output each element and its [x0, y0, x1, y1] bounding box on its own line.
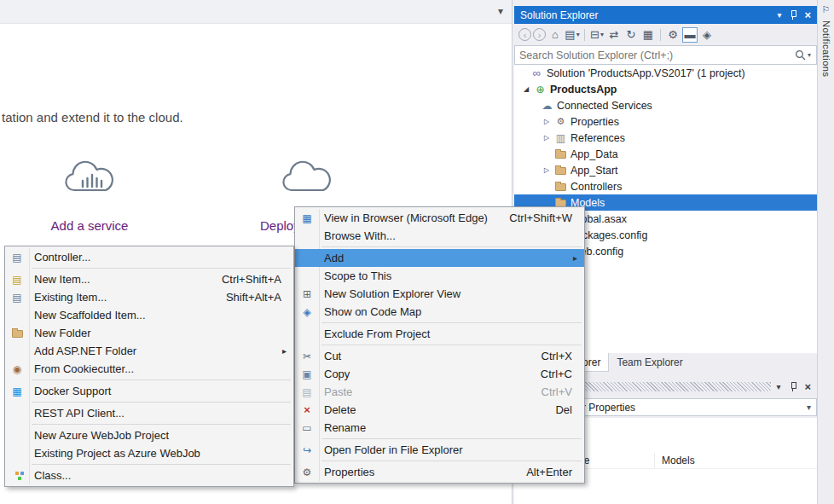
menu-item-browse-with[interactable]: Browse With... — [295, 227, 584, 245]
deploy-cloud-icon[interactable] — [279, 156, 335, 204]
menu-item-scope-to-this[interactable]: Scope to This — [295, 267, 584, 285]
class-icon — [15, 472, 19, 475]
menu-item-rename[interactable]: ▭ Rename — [295, 419, 584, 437]
solution-explorer-titlebar: Solution Explorer ▾ × — [514, 6, 817, 24]
submenu-arrow-icon: ▸ — [282, 346, 288, 356]
window-menu-icon[interactable]: ▾ — [776, 382, 780, 391]
cookiecutter-icon: ◉ — [5, 363, 29, 375]
collapse-all-icon: ⊟ — [590, 28, 599, 41]
menu-item-copy[interactable]: ▣ Copy Ctrl+C — [295, 365, 584, 383]
menu-item-add-aspnet-folder[interactable]: Add ASP.NET Folder ▸ — [5, 342, 293, 360]
menu-item-view-in-browser[interactable]: ▦ View in Browser (Microsoft Edge) Ctrl+… — [295, 209, 584, 227]
preview-selected-items-button[interactable]: ▬ — [682, 27, 698, 43]
menu-item-show-on-code-map[interactable]: ◈ Show on Code Map — [295, 303, 584, 321]
code-map-button[interactable]: ◈ — [699, 27, 715, 43]
menu-item-docker-support[interactable]: ▦ Docker Support — [5, 382, 293, 400]
search-input[interactable] — [515, 49, 795, 61]
submenu-arrow-icon: ▸ — [573, 253, 579, 263]
menu-item-controller[interactable]: ▤ Controller... — [5, 248, 293, 266]
tree-item-solution[interactable]: ∞ Solution 'ProductsApp.VS2017' (1 proje… — [514, 65, 817, 81]
chevron-down-icon: ▾ — [600, 31, 604, 38]
menu-separator — [32, 464, 291, 465]
menu-item-from-cookiecutter[interactable]: ◉ From Cookiecutter... — [5, 360, 293, 378]
add-service-link[interactable]: Add a service — [26, 218, 153, 233]
menu-item-rest-api-client[interactable]: REST API Client... — [5, 404, 293, 422]
switch-views-icon: ▤ — [565, 28, 575, 41]
search-icon[interactable]: ▾ — [795, 49, 816, 61]
context-menu: ▦ View in Browser (Microsoft Edge) Ctrl+… — [294, 206, 585, 484]
expand-arrow-icon[interactable]: ▷ — [540, 166, 553, 174]
collapse-all-button[interactable]: ⊟ ▾ — [589, 27, 605, 43]
docker-icon: ▦ — [5, 385, 29, 397]
references-icon: ▥ — [553, 132, 568, 144]
code-map-icon: ◈ — [295, 306, 319, 318]
tree-item-references[interactable]: ▷ ▥ References — [514, 130, 817, 146]
readme-intro-text: tation and extend it to the cloud. — [2, 110, 183, 125]
notifications-strip[interactable]: ⚐ Notifications — [817, 0, 834, 504]
menu-item-properties[interactable]: ⚙ Properties Alt+Enter — [295, 463, 584, 481]
switch-views-button[interactable]: ▤ ▾ — [565, 27, 580, 43]
wrench-icon: ⚙ — [295, 466, 319, 478]
controller-icon: ▤ — [5, 252, 29, 264]
expand-arrow-icon[interactable]: ◢ — [519, 85, 533, 93]
chevron-down-icon: ▾ — [808, 51, 811, 59]
close-icon[interactable]: × — [804, 380, 811, 393]
home-button[interactable]: ⌂ — [547, 27, 563, 43]
pin-icon[interactable] — [789, 381, 797, 392]
wrench-icon: ⚙ — [553, 116, 568, 127]
menu-separator — [32, 268, 291, 269]
menu-item-exclude-from-project[interactable]: Exclude From Project — [295, 325, 584, 343]
expand-arrow-icon[interactable]: ▷ — [540, 118, 553, 125]
show-all-files-button[interactable]: ▦ — [640, 27, 656, 43]
refresh-button[interactable]: ↻ — [623, 27, 639, 43]
menu-separator — [321, 322, 582, 323]
menu-item-new-azure-webjob-project[interactable]: New Azure WebJob Project — [5, 426, 293, 444]
copy-icon: ▣ — [295, 368, 319, 380]
menu-item-class[interactable]: Class... — [5, 466, 293, 484]
menu-item-delete[interactable]: × Delete Del — [295, 401, 584, 419]
open-folder-icon: ↪ — [295, 444, 319, 456]
chevron-down-icon: ▾ — [576, 31, 580, 38]
property-value[interactable]: Models — [654, 453, 817, 468]
tree-item-app-data[interactable]: App_Data — [514, 146, 817, 162]
new-item-icon: ▤ — [5, 274, 29, 286]
menu-separator — [32, 424, 291, 425]
panel-title: Solution Explorer — [520, 9, 777, 21]
tab-team-explorer[interactable]: Team Explorer — [609, 353, 690, 372]
project-icon: ⊕ — [533, 84, 547, 96]
menu-separator — [32, 379, 291, 380]
menu-item-new-scaffolded-item[interactable]: New Scaffolded Item... — [5, 306, 293, 324]
add-service-cloud-icon[interactable] — [61, 156, 118, 204]
sync-with-active-document-button[interactable]: ⇄ — [606, 27, 622, 43]
cut-icon: ✂ — [295, 350, 319, 362]
back-button[interactable]: ‹ — [518, 28, 531, 41]
chevron-down-icon[interactable]: ▾ — [498, 5, 503, 17]
existing-item-icon: ▤ — [5, 292, 29, 304]
chevron-down-icon[interactable]: ▾ — [802, 403, 816, 412]
menu-item-new-solution-explorer-view[interactable]: ⊞ New Solution Explorer View — [295, 285, 584, 303]
pin-icon[interactable] — [789, 9, 797, 20]
vs-window: ▾ tation and extend it to the cloud. Add… — [0, 0, 834, 504]
tree-item-connected-services[interactable]: ☁ Connected Services — [514, 97, 817, 113]
menu-item-open-folder-in-file-explorer[interactable]: ↪ Open Folder in File Explorer — [295, 441, 584, 459]
close-icon[interactable]: × — [804, 9, 811, 21]
menu-item-existing-item[interactable]: ▤ Existing Item... Shift+Alt+A — [5, 288, 293, 306]
menu-separator — [321, 345, 582, 345]
tree-item-app-start[interactable]: ▷ App_Start — [514, 162, 817, 178]
forward-button[interactable]: › — [533, 28, 546, 41]
menu-separator — [321, 246, 582, 247]
tree-item-properties[interactable]: ▷ ⚙ Properties — [514, 113, 817, 130]
menu-item-existing-project-as-azure-webjob[interactable]: Existing Project as Azure WebJob — [5, 444, 293, 462]
properties-button[interactable]: ⚙ — [665, 27, 681, 43]
menu-item-cut[interactable]: ✂ Cut Ctrl+X — [295, 347, 584, 365]
expand-arrow-icon[interactable]: ▷ — [540, 134, 553, 142]
add-submenu: ▤ Controller... ▤ New Item... Ctrl+Shift… — [4, 246, 294, 487]
rename-icon: ▭ — [295, 422, 319, 434]
menu-item-add[interactable]: Add ▸ — [295, 249, 584, 267]
window-menu-icon[interactable]: ▾ — [777, 10, 781, 20]
tree-item-controllers[interactable]: Controllers — [514, 178, 817, 194]
menu-item-new-item[interactable]: ▤ New Item... Ctrl+Shift+A — [5, 270, 293, 288]
menu-item-new-folder[interactable]: New Folder — [5, 324, 293, 342]
tree-item-productsapp[interactable]: ◢ ⊕ ProductsApp — [514, 81, 817, 97]
search-box: ▾ — [514, 45, 817, 65]
